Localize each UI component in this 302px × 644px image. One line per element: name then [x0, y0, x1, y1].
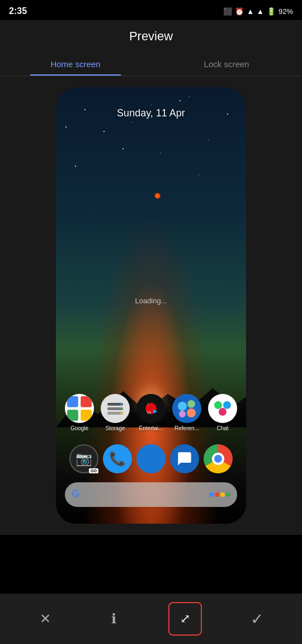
dock-contacts-icon: 👤	[136, 444, 166, 473]
svg-point-10	[120, 403, 122, 406]
page-title: Preview	[0, 29, 302, 53]
bottom-toolbar: ✕ ℹ ⤢ ✓	[0, 594, 302, 644]
tabs: Home screen Lock screen	[0, 53, 302, 76]
dock-camera-icon: 📷 GO	[69, 444, 98, 473]
wallpaper: Sunday, 11 Apr Loading... Google	[56, 87, 246, 524]
battery-icon: 🔋	[267, 7, 276, 16]
tab-home-screen[interactable]: Home screen	[0, 53, 151, 76]
svg-text:♪: ♪	[147, 401, 149, 407]
app-icons-row: Google Sto	[56, 394, 246, 431]
tab-lock-screen[interactable]: Lock screen	[151, 53, 302, 76]
phone-frame: Sunday, 11 Apr Loading... Google	[56, 87, 246, 524]
chat-app-icon	[208, 394, 237, 423]
svg-rect-2	[67, 396, 78, 407]
dock-row: 📷 GO 📞 👤	[56, 444, 246, 473]
status-time: 2:35	[9, 6, 27, 16]
google-app-label: Google	[70, 425, 88, 431]
app-item-storage: Storage	[101, 394, 130, 431]
app-item-entertainment: ♪ ▶ Yt Entertai...	[136, 394, 166, 431]
chat-app-label: Chat	[216, 425, 228, 431]
dock-phone-icon: 📞	[103, 444, 132, 473]
entertainment-app-icon: ♪ ▶ Yt	[136, 394, 166, 423]
battery-percent: 92%	[279, 7, 293, 16]
close-button[interactable]: ✕	[32, 605, 59, 632]
signal-icon: ▲	[257, 7, 264, 16]
google-app-icon	[65, 394, 94, 423]
svg-point-25	[223, 401, 231, 409]
phone-date: Sunday, 11 Apr	[56, 107, 246, 119]
go-label: GO	[89, 468, 98, 473]
svg-point-26	[219, 408, 226, 416]
svg-point-20	[187, 400, 195, 408]
svg-point-22	[179, 411, 186, 417]
svg-point-11	[120, 408, 122, 410]
reference-app-label: Referen...	[174, 425, 199, 431]
svg-text:▶: ▶	[153, 408, 158, 414]
svg-point-21	[187, 408, 196, 417]
alarm-icon: ⏰	[235, 7, 244, 16]
svg-point-19	[178, 402, 187, 411]
app-item-google: Google	[65, 394, 94, 431]
wifi-icon: ▲	[247, 7, 254, 16]
google-g-icon: G	[72, 488, 85, 501]
svg-text:Yt: Yt	[147, 410, 151, 415]
dock-chrome-icon	[204, 444, 233, 473]
storage-app-icon	[101, 394, 130, 423]
chrome-inner-circle	[212, 453, 224, 465]
close-icon: ✕	[40, 611, 51, 627]
status-icons: ⬛ ⏰ ▲ ▲ 🔋 92%	[223, 7, 293, 16]
reference-app-icon	[172, 394, 201, 423]
check-icon: ✓	[251, 610, 263, 628]
loading-text: Loading...	[56, 297, 246, 305]
info-button[interactable]: ℹ	[100, 605, 127, 632]
check-button[interactable]: ✓	[243, 605, 270, 632]
svg-rect-3	[81, 396, 92, 407]
dock-messages-icon	[170, 444, 199, 473]
app-item-chat: Chat	[208, 394, 237, 431]
storage-app-label: Storage	[105, 425, 125, 431]
screen-icon: ⬛	[223, 7, 232, 16]
svg-point-12	[120, 412, 122, 415]
svg-rect-4	[67, 410, 78, 421]
google-dots	[209, 492, 230, 497]
header: Preview Home screen Lock screen	[0, 20, 302, 76]
preview-area: Sunday, 11 Apr Loading... Google	[0, 76, 302, 535]
entertainment-app-label: Entertai...	[139, 425, 163, 431]
info-icon: ℹ	[111, 611, 116, 627]
expand-icon: ⤢	[180, 612, 190, 626]
status-bar: 2:35 ⬛ ⏰ ▲ ▲ 🔋 92%	[0, 0, 302, 20]
expand-button[interactable]: ⤢	[168, 602, 202, 636]
svg-point-18	[174, 396, 199, 421]
svg-point-24	[214, 401, 222, 409]
svg-rect-5	[81, 410, 92, 421]
app-item-reference: Referen...	[172, 394, 201, 431]
search-bar[interactable]: G	[65, 482, 237, 507]
